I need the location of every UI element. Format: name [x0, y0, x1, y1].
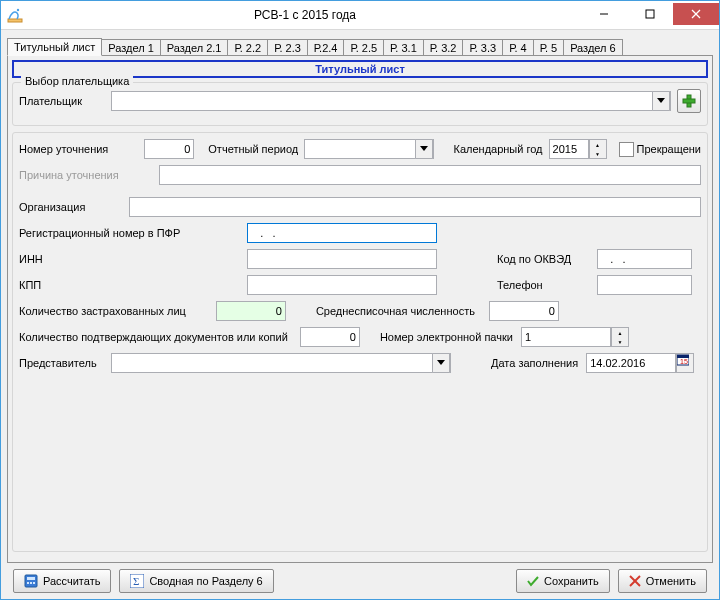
tab-section-3-3[interactable]: Р. 3.3 [462, 39, 503, 56]
correction-number-input[interactable] [144, 139, 194, 159]
tab-title-page[interactable]: Титульный лист [7, 38, 102, 56]
add-payer-button[interactable] [677, 89, 701, 113]
fill-date-input[interactable] [586, 353, 676, 373]
epack-number-label: Номер электронной пачки [380, 331, 513, 343]
svg-rect-15 [27, 577, 35, 580]
okved-input[interactable] [597, 249, 692, 269]
tab-section-2-1[interactable]: Раздел 2.1 [160, 39, 229, 56]
save-label: Сохранить [544, 575, 599, 587]
window: РСВ-1 с 2015 года Титульный лист Раздел … [0, 0, 720, 600]
svg-marker-9 [420, 146, 428, 151]
tab-section-3-2[interactable]: Р. 3.2 [423, 39, 464, 56]
svg-rect-18 [33, 582, 35, 584]
correction-reason-input [159, 165, 701, 185]
correction-reason-label: Причина уточнения [19, 169, 159, 181]
organization-label: Организация [19, 201, 129, 213]
footer: Рассчитать Σ Сводная по Разделу 6 Сохран… [7, 563, 713, 599]
kpp-label: КПП [19, 279, 247, 291]
svg-rect-14 [25, 575, 37, 587]
svg-rect-17 [30, 582, 32, 584]
cross-icon [629, 575, 641, 587]
main-group: Номер уточнения Отчетный период Календар… [12, 132, 708, 552]
maximize-button[interactable] [627, 3, 673, 25]
close-button[interactable] [673, 3, 719, 25]
titlebar: РСВ-1 с 2015 года [1, 1, 719, 30]
payer-dropdown[interactable] [111, 91, 671, 111]
svg-rect-0 [8, 19, 22, 22]
kpp-input[interactable] [247, 275, 437, 295]
avg-headcount-input[interactable] [489, 301, 559, 321]
calculate-button[interactable]: Рассчитать [13, 569, 111, 593]
content-area: Титульный лист Раздел 1 Раздел 2.1 Р. 2.… [1, 30, 719, 599]
payer-label: Плательщик [19, 95, 111, 107]
tab-section-4[interactable]: Р. 4 [502, 39, 534, 56]
correction-number-label: Номер уточнения [19, 143, 108, 155]
report-period-label: Отчетный период [208, 143, 298, 155]
tab-section-2-4[interactable]: Р.2.4 [307, 39, 345, 56]
tab-section-6[interactable]: Раздел 6 [563, 39, 623, 56]
reg-number-pfr-input[interactable] [247, 223, 437, 243]
svg-rect-3 [646, 10, 654, 18]
svg-text:Σ: Σ [133, 575, 139, 587]
svg-point-1 [17, 9, 19, 11]
payer-group: Выбор плательщика Плательщик [12, 82, 708, 126]
check-icon [527, 575, 539, 587]
sigma-icon: Σ [130, 574, 144, 588]
calculate-label: Рассчитать [43, 575, 100, 587]
summary6-label: Сводная по Разделу 6 [149, 575, 262, 587]
window-controls [581, 5, 719, 25]
chevron-down-icon [432, 353, 450, 373]
save-button[interactable]: Сохранить [516, 569, 610, 593]
representative-label: Представитель [19, 357, 111, 369]
terminated-checkbox[interactable]: Прекращени [619, 142, 701, 157]
minimize-button[interactable] [581, 3, 627, 25]
calculator-icon [24, 574, 38, 588]
calendar-button[interactable]: 15 [676, 353, 694, 373]
payer-group-title: Выбор плательщика [21, 75, 133, 87]
window-title: РСВ-1 с 2015 года [29, 8, 581, 22]
insured-count-label: Количество застрахованных лиц [19, 305, 186, 317]
reg-number-pfr-label: Регистрационный номер в ПФР [19, 227, 247, 239]
cancel-button[interactable]: Отменить [618, 569, 707, 593]
calendar-year-label: Календарный год [454, 143, 543, 155]
tabs: Титульный лист Раздел 1 Раздел 2.1 Р. 2.… [7, 36, 713, 56]
fill-date-label: Дата заполнения [491, 357, 578, 369]
inn-input[interactable] [247, 249, 437, 269]
organization-input[interactable] [129, 197, 701, 217]
chevron-down-icon [652, 91, 670, 111]
svg-marker-6 [657, 98, 665, 103]
calendar-icon: 15 [677, 354, 689, 366]
tab-section-5[interactable]: Р. 5 [533, 39, 565, 56]
chevron-down-icon [415, 139, 433, 159]
tab-section-2-5[interactable]: Р. 2.5 [343, 39, 384, 56]
year-spinner[interactable]: ▲▼ [589, 139, 607, 159]
calendar-year-input[interactable] [549, 139, 589, 159]
summary-section6-button[interactable]: Σ Сводная по Разделу 6 [119, 569, 273, 593]
svg-marker-10 [437, 360, 445, 365]
insured-count-input[interactable] [216, 301, 286, 321]
okved-label: Код по ОКВЭД [497, 253, 597, 265]
svg-text:15: 15 [680, 358, 688, 365]
app-icon [7, 7, 23, 23]
epack-spinner[interactable]: ▲▼ [611, 327, 629, 347]
report-period-dropdown[interactable] [304, 139, 433, 159]
tab-section-2-3[interactable]: Р. 2.3 [267, 39, 308, 56]
plus-icon [682, 94, 696, 108]
epack-number-input[interactable] [521, 327, 611, 347]
tab-section-2-2[interactable]: Р. 2.2 [227, 39, 268, 56]
supporting-docs-input[interactable] [300, 327, 360, 347]
svg-rect-8 [683, 99, 695, 103]
representative-dropdown[interactable] [111, 353, 451, 373]
tab-section-3-1[interactable]: Р. 3.1 [383, 39, 424, 56]
cancel-label: Отменить [646, 575, 696, 587]
supporting-docs-label: Количество подтверждающих документов или… [19, 331, 288, 343]
tab-section-1[interactable]: Раздел 1 [101, 39, 161, 56]
svg-rect-16 [27, 582, 29, 584]
phone-label: Телефон [497, 279, 597, 291]
inn-label: ИНН [19, 253, 247, 265]
phone-input[interactable] [597, 275, 692, 295]
tab-body: Титульный лист Выбор плательщика Платель… [7, 55, 713, 563]
avg-headcount-label: Среднесписочная численность [316, 305, 475, 317]
